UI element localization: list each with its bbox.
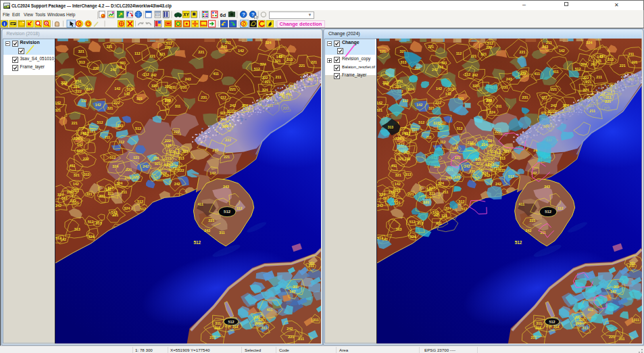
svg-text:243: 243 bbox=[486, 97, 492, 101]
svg-text:311: 311 bbox=[293, 284, 299, 288]
svg-text:211: 211 bbox=[596, 74, 602, 78]
svg-text:211: 211 bbox=[630, 261, 636, 265]
svg-text:221: 221 bbox=[198, 49, 204, 53]
svg-text:231: 231 bbox=[404, 150, 410, 154]
svg-text:243: 243 bbox=[212, 148, 218, 152]
svg-text:321: 321 bbox=[377, 108, 382, 112]
svg-text:221: 221 bbox=[214, 325, 220, 329]
svg-text:211: 211 bbox=[87, 128, 93, 133]
svg-text:324: 324 bbox=[489, 110, 495, 114]
svg-text:221: 221 bbox=[86, 192, 92, 196]
svg-text:313: 313 bbox=[388, 125, 393, 128]
svg-text:242: 242 bbox=[591, 62, 597, 66]
svg-text:311: 311 bbox=[579, 317, 585, 321]
svg-text:211: 211 bbox=[397, 78, 403, 83]
svg-text:221: 221 bbox=[395, 189, 401, 193]
svg-text:142: 142 bbox=[597, 54, 603, 58]
svg-text:321: 321 bbox=[55, 108, 61, 112]
svg-text:112: 112 bbox=[440, 140, 446, 144]
svg-text:221: 221 bbox=[428, 44, 434, 48]
svg-text:221: 221 bbox=[224, 155, 230, 159]
svg-text:242: 242 bbox=[230, 103, 236, 107]
svg-text:311: 311 bbox=[170, 85, 176, 89]
svg-text:242: 242 bbox=[204, 229, 210, 233]
svg-text:243: 243 bbox=[446, 176, 452, 180]
svg-text:222: 222 bbox=[262, 75, 268, 79]
svg-text:324: 324 bbox=[407, 87, 414, 91]
svg-text:121: 121 bbox=[380, 49, 386, 53]
svg-text:243: 243 bbox=[542, 44, 548, 48]
svg-text:222: 222 bbox=[164, 45, 170, 49]
svg-text:311: 311 bbox=[634, 317, 640, 321]
svg-text:221: 221 bbox=[71, 120, 77, 124]
svg-text:411: 411 bbox=[266, 307, 272, 311]
svg-text:222: 222 bbox=[70, 199, 76, 203]
svg-text:222: 222 bbox=[382, 80, 389, 84]
svg-text:csa: csa bbox=[201, 24, 206, 26]
svg-text:324: 324 bbox=[395, 137, 401, 141]
svg-text:231: 231 bbox=[522, 95, 528, 99]
svg-text:142: 142 bbox=[416, 102, 422, 106]
svg-text:313: 313 bbox=[499, 156, 505, 160]
svg-text:313: 313 bbox=[126, 87, 132, 91]
svg-text:324: 324 bbox=[151, 83, 157, 87]
svg-text:512: 512 bbox=[459, 199, 465, 204]
svg-text:121: 121 bbox=[441, 214, 447, 218]
svg-text:311: 311 bbox=[389, 190, 395, 194]
svg-text:112: 112 bbox=[456, 51, 462, 55]
svg-text:211: 211 bbox=[225, 40, 231, 44]
svg-text:142: 142 bbox=[237, 48, 243, 52]
svg-text:222: 222 bbox=[583, 75, 589, 79]
svg-text:142: 142 bbox=[530, 171, 537, 175]
svg-text:324: 324 bbox=[563, 103, 569, 107]
svg-text:311: 311 bbox=[215, 321, 221, 325]
svg-text:311: 311 bbox=[66, 190, 72, 194]
svg-text:222: 222 bbox=[93, 66, 99, 70]
svg-text:243: 243 bbox=[184, 76, 191, 80]
svg-text:112: 112 bbox=[465, 72, 471, 76]
svg-text:324: 324 bbox=[73, 137, 79, 141]
svg-text:243: 243 bbox=[164, 97, 170, 101]
svg-text:512: 512 bbox=[220, 116, 226, 120]
svg-text:321: 321 bbox=[78, 49, 84, 53]
svg-text:142: 142 bbox=[276, 54, 282, 58]
svg-text:243: 243 bbox=[544, 185, 550, 189]
svg-text:211: 211 bbox=[530, 335, 537, 339]
svg-text:243: 243 bbox=[506, 76, 512, 80]
svg-text:222: 222 bbox=[173, 129, 179, 133]
svg-text:512: 512 bbox=[418, 120, 424, 124]
svg-text:211: 211 bbox=[298, 336, 304, 340]
svg-text:324: 324 bbox=[410, 234, 416, 238]
svg-text:411: 411 bbox=[553, 69, 559, 73]
svg-text:231: 231 bbox=[153, 156, 159, 160]
svg-text:222: 222 bbox=[178, 168, 184, 172]
svg-text:222: 222 bbox=[486, 45, 492, 49]
svg-text:222: 222 bbox=[132, 175, 139, 179]
svg-text:512: 512 bbox=[253, 66, 259, 70]
svg-text:411: 411 bbox=[534, 71, 540, 75]
svg-text:321: 321 bbox=[395, 173, 401, 177]
svg-text:311: 311 bbox=[219, 231, 225, 235]
svg-text:512: 512 bbox=[409, 220, 415, 224]
svg-text:242: 242 bbox=[551, 103, 557, 107]
svg-text:221: 221 bbox=[407, 192, 414, 196]
svg-text:321: 321 bbox=[480, 51, 487, 55]
svg-text:112: 112 bbox=[236, 206, 242, 210]
svg-text:313: 313 bbox=[608, 57, 614, 61]
svg-text:321: 321 bbox=[503, 149, 510, 154]
svg-text:512: 512 bbox=[166, 41, 172, 45]
svg-text:142: 142 bbox=[209, 171, 216, 175]
svg-text:324: 324 bbox=[88, 235, 94, 239]
svg-text:142: 142 bbox=[55, 100, 61, 104]
svg-text:321: 321 bbox=[398, 157, 404, 161]
svg-text:313: 313 bbox=[437, 64, 443, 68]
svg-text:313: 313 bbox=[78, 60, 84, 64]
svg-text:142: 142 bbox=[114, 86, 120, 90]
svg-text:324: 324 bbox=[241, 103, 247, 107]
svg-text:121: 121 bbox=[165, 143, 171, 147]
svg-text:142: 142 bbox=[76, 143, 82, 147]
svg-text:222: 222 bbox=[307, 76, 314, 80]
svg-text:311: 311 bbox=[313, 317, 319, 321]
svg-text:324: 324 bbox=[222, 124, 228, 128]
svg-text:321: 321 bbox=[99, 194, 105, 198]
